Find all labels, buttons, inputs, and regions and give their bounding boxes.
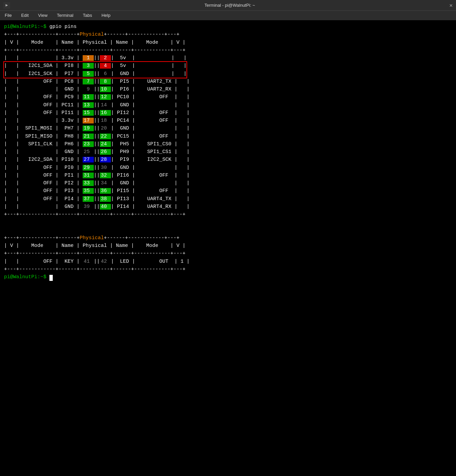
- terminal-content[interactable]: pi@WalnutPi:~$ gpio pins +---+----------…: [0, 20, 456, 476]
- menubar: File Edit View Terminal Tabs Help: [0, 11, 456, 20]
- window: ▶ Terminal - pi@WalnutPi: ~ ✕ File Edit …: [0, 0, 456, 476]
- window-icon: ▶: [3, 2, 10, 9]
- menu-terminal[interactable]: Terminal: [55, 12, 75, 19]
- menu-help[interactable]: Help: [99, 12, 113, 19]
- window-title: Terminal - pi@WalnutPi: ~: [10, 3, 449, 8]
- menu-edit[interactable]: Edit: [19, 12, 31, 19]
- terminal-output: pi@WalnutPi:~$ gpio pins +---+----------…: [4, 23, 452, 281]
- menu-tabs[interactable]: Tabs: [81, 12, 94, 19]
- menu-view[interactable]: View: [36, 12, 49, 19]
- close-button[interactable]: ✕: [449, 2, 453, 9]
- titlebar: ▶ Terminal - pi@WalnutPi: ~ ✕: [0, 0, 456, 11]
- menu-file[interactable]: File: [3, 12, 14, 19]
